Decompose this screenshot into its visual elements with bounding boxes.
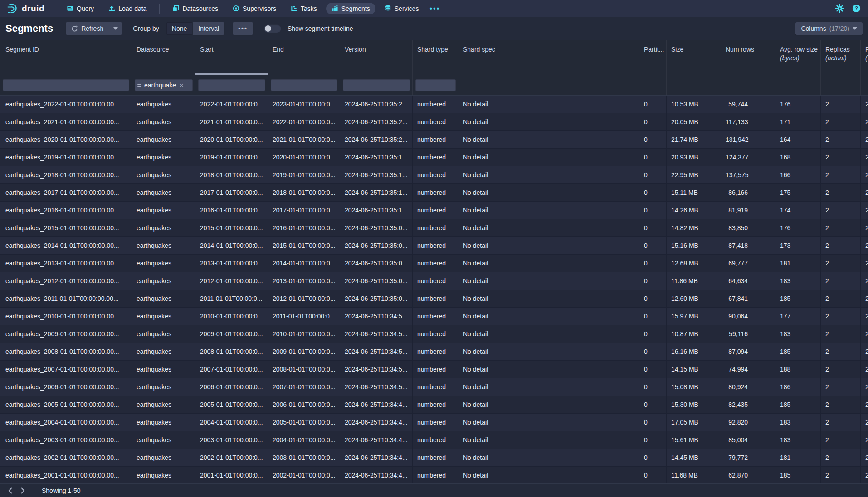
columns-button[interactable]: Columns (17/20) xyxy=(795,22,863,35)
chevron-down-icon xyxy=(853,27,857,30)
cell-replicas: 2 xyxy=(821,113,861,131)
cell-segment-id[interactable]: earthquakes_2017-01-01T00:00:00.00... xyxy=(0,184,132,202)
next-page-button[interactable] xyxy=(16,485,29,496)
cell-segment-id[interactable]: earthquakes_2009-01-01T00:00:00.00... xyxy=(0,325,132,343)
column-header-replication-factor[interactable]: Replication factor(target) xyxy=(861,40,868,75)
more-options-button[interactable]: ••• xyxy=(233,22,253,35)
column-header-shard-type[interactable]: Shard type xyxy=(413,40,458,75)
column-header-datasource[interactable]: Datasource xyxy=(132,40,195,75)
segment-row[interactable]: earthquakes_2001-01-01T00:00:00.00...ear… xyxy=(0,467,868,483)
cell-replication-factor: 2 xyxy=(861,96,868,113)
cell-segment-id[interactable]: earthquakes_2010-01-01T00:00:00.00... xyxy=(0,308,132,325)
column-header-avg-row-size[interactable]: Avg. row size(bytes) xyxy=(775,40,821,75)
nav-more-button[interactable]: ••• xyxy=(426,3,444,14)
segment-row[interactable]: earthquakes_2019-01-01T00:00:00.00...ear… xyxy=(0,149,868,166)
refresh-caret-button[interactable] xyxy=(109,22,122,35)
refresh-button[interactable]: Refresh xyxy=(66,22,109,35)
cell-replicas: 2 xyxy=(821,237,861,255)
segment-row[interactable]: earthquakes_2006-01-01T00:00:00.00...ear… xyxy=(0,378,868,396)
segment-row[interactable]: earthquakes_2003-01-01T00:00:00.00...ear… xyxy=(0,431,868,449)
segment-row[interactable]: earthquakes_2010-01-01T00:00:00.00...ear… xyxy=(0,308,868,325)
cell-replication-factor: 2 xyxy=(861,255,868,272)
segment-row[interactable]: earthquakes_2016-01-01T00:00:00.00...ear… xyxy=(0,202,868,219)
cell-segment-id[interactable]: earthquakes_2003-01-01T00:00:00.00... xyxy=(0,431,132,449)
help-icon[interactable]: ? xyxy=(852,4,861,13)
column-header-size[interactable]: Size xyxy=(667,40,721,75)
nav-item-segments[interactable]: Segments xyxy=(326,3,375,14)
cell-segment-id[interactable]: earthquakes_2014-01-01T00:00:00.00... xyxy=(0,237,132,255)
column-header-start[interactable]: Start xyxy=(195,40,268,75)
segment-row[interactable]: earthquakes_2020-01-01T00:00:00.00...ear… xyxy=(0,131,868,149)
cell-segment-id[interactable]: earthquakes_2001-01-01T00:00:00.00... xyxy=(0,467,132,483)
column-header-version[interactable]: Version xyxy=(340,40,413,75)
segment-row[interactable]: earthquakes_2009-01-01T00:00:00.00...ear… xyxy=(0,325,868,343)
druid-logo[interactable]: druid xyxy=(5,3,48,14)
prev-page-button[interactable] xyxy=(4,485,16,496)
segment-row[interactable]: earthquakes_2005-01-01T00:00:00.00...ear… xyxy=(0,396,868,414)
cell-end: 2007-01-01T00:00:0... xyxy=(268,378,340,396)
cell-segment-id[interactable]: earthquakes_2022-01-01T00:00:00.00... xyxy=(0,96,132,113)
nav-item-supervisors[interactable]: Supervisors xyxy=(227,3,282,14)
nav-item-services[interactable]: Services xyxy=(379,3,424,14)
segment-row[interactable]: earthquakes_2012-01-01T00:00:00.00...ear… xyxy=(0,272,868,290)
cell-avg-row-size: 181 xyxy=(775,449,821,467)
filter-cell-avg-row-size xyxy=(775,75,821,95)
group-by-none-button[interactable]: None xyxy=(166,22,192,35)
cell-shard-spec: No detail xyxy=(458,166,639,184)
nav-item-tasks[interactable]: Tasks xyxy=(285,3,322,14)
segment-row[interactable]: earthquakes_2015-01-01T00:00:00.00...ear… xyxy=(0,219,868,237)
segment-row[interactable]: earthquakes_2013-01-01T00:00:00.00...ear… xyxy=(0,255,868,272)
start-filter-input[interactable] xyxy=(198,79,265,91)
column-header-segment-id[interactable]: Segment ID xyxy=(0,40,132,75)
segment-row[interactable]: earthquakes_2022-01-01T00:00:00.00...ear… xyxy=(0,96,868,113)
cell-shard-type: numbered xyxy=(413,290,458,308)
cell-replicas: 2 xyxy=(821,361,861,378)
segment-id-filter-input[interactable] xyxy=(3,79,129,91)
column-header-num-rows[interactable]: Num rows xyxy=(721,40,775,75)
segment-row[interactable]: earthquakes_2002-01-01T00:00:00.00...ear… xyxy=(0,449,868,467)
segment-row[interactable]: earthquakes_2007-01-01T00:00:00.00...ear… xyxy=(0,361,868,378)
datasource-filter-input[interactable]: earthquake✕ xyxy=(135,79,193,91)
cell-replication-factor: 2 xyxy=(861,149,868,166)
end-filter-input[interactable] xyxy=(271,79,337,91)
cell-segment-id[interactable]: earthquakes_2012-01-01T00:00:00.00... xyxy=(0,272,132,290)
cell-segment-id[interactable]: earthquakes_2006-01-01T00:00:00.00... xyxy=(0,378,132,396)
cell-segment-id[interactable]: earthquakes_2005-01-01T00:00:00.00... xyxy=(0,396,132,414)
segment-row[interactable]: earthquakes_2014-01-01T00:00:00.00...ear… xyxy=(0,237,868,255)
segment-row[interactable]: earthquakes_2011-01-01T00:00:00.00...ear… xyxy=(0,290,868,308)
segment-row[interactable]: earthquakes_2017-01-01T00:00:00.00...ear… xyxy=(0,184,868,202)
column-header-replicas[interactable]: Replicas(actual) xyxy=(821,40,861,75)
group-by-interval-button[interactable]: Interval xyxy=(193,22,224,35)
segment-timeline-toggle[interactable] xyxy=(264,24,281,33)
cell-segment-id[interactable]: earthquakes_2015-01-01T00:00:00.00... xyxy=(0,219,132,237)
segment-row[interactable]: earthquakes_2018-01-01T00:00:00.00...ear… xyxy=(0,166,868,184)
cell-segment-id[interactable]: earthquakes_2021-01-01T00:00:00.00... xyxy=(0,113,132,131)
shard-type-filter-input[interactable] xyxy=(415,79,456,91)
column-header-partit[interactable]: Partit... xyxy=(639,40,667,75)
chip-remove-icon[interactable]: ✕ xyxy=(179,82,184,89)
cell-segment-id[interactable]: earthquakes_2018-01-01T00:00:00.00... xyxy=(0,166,132,184)
column-header-end[interactable]: End xyxy=(268,40,340,75)
gear-icon[interactable] xyxy=(835,4,844,13)
segment-row[interactable]: earthquakes_2021-01-01T00:00:00.00...ear… xyxy=(0,113,868,131)
cell-segment-id[interactable]: earthquakes_2016-01-01T00:00:00.00... xyxy=(0,202,132,219)
column-header-shard-spec[interactable]: Shard spec xyxy=(458,40,639,75)
cell-segment-id[interactable]: earthquakes_2020-01-01T00:00:00.00... xyxy=(0,131,132,149)
cell-segment-id[interactable]: earthquakes_2011-01-01T00:00:00.00... xyxy=(0,290,132,308)
cell-segment-id[interactable]: earthquakes_2002-01-01T00:00:00.00... xyxy=(0,449,132,467)
cell-segment-id[interactable]: earthquakes_2013-01-01T00:00:00.00... xyxy=(0,255,132,272)
nav-item-query[interactable]: Query xyxy=(61,3,99,14)
segment-row[interactable]: earthquakes_2008-01-01T00:00:00.00...ear… xyxy=(0,343,868,361)
cell-segment-id[interactable]: earthquakes_2019-01-01T00:00:00.00... xyxy=(0,149,132,166)
cell-end: 2013-01-01T00:00:0... xyxy=(268,272,340,290)
cell-avg-row-size: 185 xyxy=(775,343,821,361)
cell-shard-type: numbered xyxy=(413,219,458,237)
nav-item-datasources[interactable]: Datasources xyxy=(167,3,224,14)
cell-segment-id[interactable]: earthquakes_2008-01-01T00:00:00.00... xyxy=(0,343,132,361)
segment-row[interactable]: earthquakes_2004-01-01T00:00:00.00...ear… xyxy=(0,414,868,431)
version-filter-input[interactable] xyxy=(343,79,410,91)
cell-avg-row-size: 183 xyxy=(775,272,821,290)
cell-segment-id[interactable]: earthquakes_2007-01-01T00:00:00.00... xyxy=(0,361,132,378)
cell-segment-id[interactable]: earthquakes_2004-01-01T00:00:00.00... xyxy=(0,414,132,431)
nav-item-load-data[interactable]: Load data xyxy=(103,3,152,14)
